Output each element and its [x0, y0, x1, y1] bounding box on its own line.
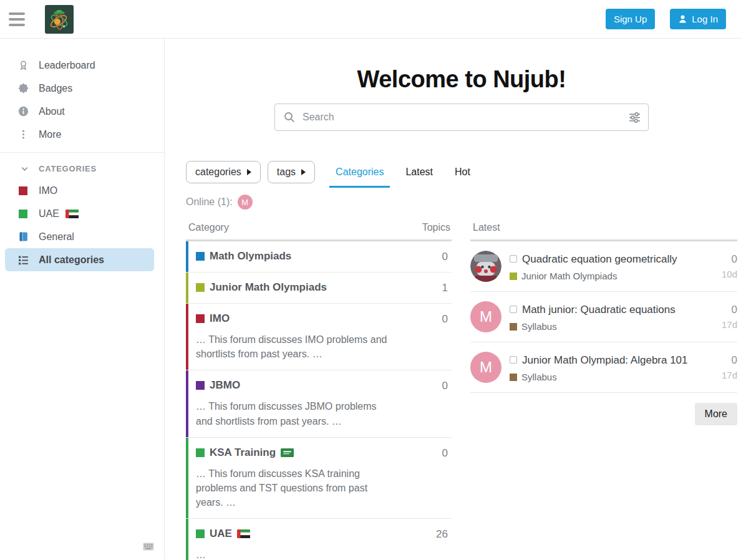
latest-topic-row[interactable]: M Math junior: Quadratic equations Sylla… — [470, 292, 737, 342]
keyboard-shortcuts-icon[interactable] — [143, 542, 154, 553]
categories-filter-dropdown[interactable]: categories — [186, 161, 261, 183]
category-stripe — [186, 241, 188, 272]
sidebar-item-more[interactable]: More — [0, 123, 154, 146]
sign-up-label: Sign Up — [614, 14, 647, 24]
sidebar-category-uae[interactable]: UAE — [0, 202, 154, 225]
info-icon — [17, 106, 29, 117]
latest-header: Latest — [470, 220, 737, 241]
category-stripe — [186, 519, 188, 560]
category-name-link[interactable]: KSA Training — [210, 447, 276, 459]
caret-right-icon — [247, 169, 251, 175]
sidebar-item-badges[interactable]: Badges — [0, 77, 154, 100]
topic-category-label: Syllabus — [521, 321, 557, 332]
topic-author-avatar[interactable]: M — [470, 352, 501, 383]
tab-categories[interactable]: Categories — [329, 161, 390, 188]
category-row-uae[interactable]: UAE … 26 — [186, 519, 452, 560]
category-color-badge — [510, 273, 517, 280]
ksa-flag-icon — [281, 448, 294, 457]
sidebar-category-imo[interactable]: IMO — [0, 179, 154, 202]
latest-column-header: Latest — [473, 222, 500, 233]
tab-hot[interactable]: Hot — [448, 161, 477, 188]
topic-status-square-icon — [510, 306, 517, 313]
category-description: … This forum discusses IMO problems and … — [196, 332, 430, 361]
hamburger-menu-icon[interactable] — [7, 7, 32, 32]
topic-category[interactable]: Junior Math Olympiads — [510, 271, 705, 281]
category-name-link[interactable]: UAE — [210, 528, 232, 540]
category-row-jbmo[interactable]: JBMO … This forum discusses JBMO problem… — [186, 370, 452, 437]
category-name-link[interactable]: IMO — [210, 312, 230, 325]
category-color-badge — [196, 283, 205, 292]
online-label: Online (1): — [186, 196, 233, 208]
medal-icon — [17, 60, 29, 70]
online-user-avatar[interactable]: M — [238, 195, 253, 210]
sidebar-item-label: More — [39, 129, 61, 140]
category-color-badge — [510, 323, 517, 331]
topics-column-header: Topics — [422, 222, 450, 233]
topic-replies-count: 0 — [709, 253, 737, 266]
category-row-junior-math-olympiads[interactable]: Junior Math Olympiads 1 — [186, 273, 452, 304]
category-description: … — [196, 548, 430, 560]
sidebar-item-all-categories[interactable]: All categories — [5, 248, 154, 271]
tab-latest[interactable]: Latest — [399, 161, 439, 188]
category-name-link[interactable]: Junior Math Olympiads — [210, 281, 327, 294]
sidebar-categories-section-toggle[interactable]: CATEGORIES — [0, 158, 164, 179]
sidebar-item-leaderboard[interactable]: Leaderboard — [0, 54, 154, 77]
latest-topics: Latest — [470, 220, 737, 560]
category-row-math-olympiads[interactable]: Math Olympiads 0 — [186, 241, 452, 273]
online-users: Online (1): M — [186, 195, 737, 210]
category-row-imo[interactable]: IMO … This forum discusses IMO problems … — [186, 304, 452, 370]
category-color-badge — [196, 381, 205, 390]
topic-list-nav: categories tags Categories Latest Hot — [186, 161, 737, 188]
log-in-button[interactable]: Log In — [670, 9, 726, 29]
latest-topic-row[interactable]: M Junior Math Olympiad: Algebra 101 Syll… — [470, 342, 737, 393]
category-stripe — [186, 370, 188, 437]
uae-flag-icon — [65, 210, 79, 218]
category-name-link[interactable]: JBMO — [210, 379, 240, 392]
category-stripe — [186, 438, 188, 519]
search-filter-sliders-icon[interactable] — [629, 112, 641, 126]
topic-status-square-icon — [510, 255, 517, 263]
book-icon — [17, 231, 29, 242]
topic-category[interactable]: Syllabus — [510, 372, 705, 382]
sidebar: Leaderboard Badges About — [0, 39, 165, 559]
categories-table: Category Topics Math Olympiads 0 — [186, 220, 452, 560]
topic-count: 0 — [430, 251, 448, 263]
category-description: … This forum discusses JBMO problems and… — [196, 399, 430, 428]
category-color-badge — [196, 448, 205, 457]
top-header: Sign Up Log In — [0, 0, 741, 39]
category-name-link[interactable]: Math Olympiads — [210, 250, 291, 263]
category-stripe — [186, 304, 188, 370]
sidebar-item-label: About — [39, 106, 65, 117]
welcome-title: Welcome to Nujub! — [186, 66, 737, 93]
topic-author-avatar[interactable] — [470, 251, 501, 282]
category-color-badge — [196, 314, 205, 323]
category-color-badge — [196, 252, 205, 261]
topic-category-label: Syllabus — [521, 372, 557, 382]
topic-category[interactable]: Syllabus — [510, 321, 705, 332]
topic-count: 1 — [430, 282, 448, 294]
more-button[interactable]: More — [695, 403, 737, 425]
topic-replies-count: 0 — [709, 304, 737, 316]
sidebar-category-label: General — [39, 231, 74, 243]
topic-title-link[interactable]: Math junior: Quadratic equations — [522, 304, 676, 316]
list-icon — [17, 254, 29, 265]
category-row-ksa-training[interactable]: KSA Training … This forum discusses KSA … — [186, 438, 452, 519]
main-content: Welcome to Nujub! categories — [165, 39, 741, 559]
topic-count: 26 — [430, 528, 448, 541]
site-logo[interactable] — [45, 5, 74, 34]
search-bar — [274, 104, 649, 131]
category-description: … This forum discusses KSA training prob… — [196, 466, 430, 510]
sidebar-category-general[interactable]: General — [0, 225, 154, 248]
sign-up-button[interactable]: Sign Up — [606, 9, 655, 29]
topic-status-square-icon — [510, 356, 517, 364]
category-color-badge — [19, 210, 27, 218]
topic-author-avatar[interactable]: M — [470, 301, 501, 332]
topic-title-link[interactable]: Quadratic equation geometrically — [522, 253, 677, 265]
category-color-badge — [19, 186, 27, 195]
category-stripe — [186, 273, 188, 303]
topic-title-link[interactable]: Junior Math Olympiad: Algebra 101 — [522, 354, 688, 366]
sidebar-item-about[interactable]: About — [0, 100, 154, 123]
search-input[interactable] — [274, 104, 649, 131]
latest-topic-row[interactable]: Quadratic equation geometrically Junior … — [470, 241, 737, 292]
tags-filter-dropdown[interactable]: tags — [268, 161, 315, 183]
